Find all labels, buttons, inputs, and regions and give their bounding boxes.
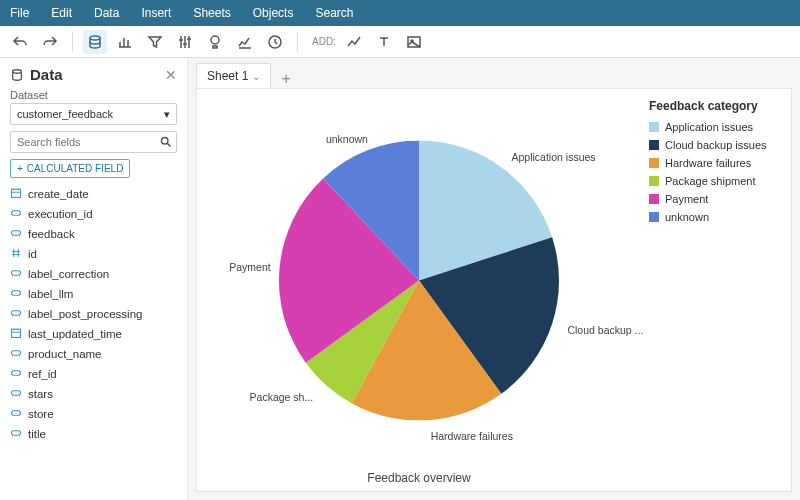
chart-canvas: Application issuesCloud backup ...Hardwa… xyxy=(196,88,792,492)
barchart-icon[interactable] xyxy=(113,30,137,54)
field-store[interactable]: store xyxy=(10,404,177,424)
forecast-icon[interactable] xyxy=(233,30,257,54)
dataset-icon[interactable] xyxy=(83,30,107,54)
legend-swatch xyxy=(649,212,659,222)
calculated-field-button[interactable]: + CALCULATED FIELD xyxy=(10,159,130,178)
legend-swatch xyxy=(649,194,659,204)
string-type-icon xyxy=(10,307,22,321)
add-line-icon[interactable] xyxy=(342,30,366,54)
search-icon[interactable] xyxy=(159,135,172,151)
svg-rect-11 xyxy=(12,291,21,296)
menu-objects[interactable]: Objects xyxy=(253,6,294,20)
svg-rect-14 xyxy=(12,351,21,356)
separator xyxy=(297,32,298,52)
legend-item-0[interactable]: Application issues xyxy=(649,121,783,133)
pie-chart[interactable]: Application issuesCloud backup ...Hardwa… xyxy=(197,89,641,491)
field-label_correction[interactable]: label_correction xyxy=(10,264,177,284)
svg-rect-7 xyxy=(12,189,21,197)
field-create_date[interactable]: create_date xyxy=(10,184,177,204)
field-ref_id[interactable]: ref_id xyxy=(10,364,177,384)
legend-label: Application issues xyxy=(665,121,753,133)
close-icon[interactable]: ✕ xyxy=(165,67,177,83)
field-id[interactable]: id xyxy=(10,244,177,264)
legend-label: unknown xyxy=(665,211,709,223)
legend-item-3[interactable]: Package shipment xyxy=(649,175,783,187)
field-label: execution_id xyxy=(28,208,93,220)
field-list: create_dateexecution_idfeedbackidlabel_c… xyxy=(10,184,177,444)
field-label: last_updated_time xyxy=(28,328,122,340)
string-type-icon xyxy=(10,367,22,381)
chart-title: Feedback overview xyxy=(367,471,470,485)
svg-rect-13 xyxy=(12,329,21,337)
svg-rect-12 xyxy=(12,311,21,316)
undo-icon[interactable] xyxy=(8,30,32,54)
field-title[interactable]: title xyxy=(10,424,177,444)
sheet-tab-1[interactable]: Sheet 1 ⌄ xyxy=(196,63,271,88)
field-label: stars xyxy=(28,388,53,400)
field-last_updated_time[interactable]: last_updated_time xyxy=(10,324,177,344)
dataset-select[interactable]: customer_feedback ▾ xyxy=(10,103,177,125)
string-type-icon xyxy=(10,347,22,361)
plus-icon: + xyxy=(17,163,23,174)
date-type-icon xyxy=(10,327,22,341)
string-type-icon xyxy=(10,407,22,421)
field-stars[interactable]: stars xyxy=(10,384,177,404)
slice-label-0: Application issues xyxy=(512,151,596,163)
sliders-icon[interactable] xyxy=(173,30,197,54)
add-sheet-button[interactable]: + xyxy=(275,70,296,88)
search-input[interactable] xyxy=(10,131,177,153)
legend-item-4[interactable]: Payment xyxy=(649,193,783,205)
slice-label-4: Payment xyxy=(229,261,270,273)
database-icon xyxy=(10,68,24,82)
legend-swatch xyxy=(649,122,659,132)
field-execution_id[interactable]: execution_id xyxy=(10,204,177,224)
menu-search[interactable]: Search xyxy=(315,6,353,20)
legend-swatch xyxy=(649,140,659,150)
clock-icon[interactable] xyxy=(263,30,287,54)
menu-edit[interactable]: Edit xyxy=(51,6,72,20)
legend-item-2[interactable]: Hardware failures xyxy=(649,157,783,169)
field-label: id xyxy=(28,248,37,260)
add-label: ADD: xyxy=(312,36,336,47)
string-type-icon xyxy=(10,227,22,241)
legend-label: Cloud backup issues xyxy=(665,139,767,151)
field-product_name[interactable]: product_name xyxy=(10,344,177,364)
field-label: label_post_processing xyxy=(28,308,142,320)
add-image-icon[interactable] xyxy=(402,30,426,54)
legend-title: Feedback category xyxy=(649,99,783,113)
insight-icon[interactable] xyxy=(203,30,227,54)
slice-label-3: Package sh... xyxy=(250,391,314,403)
legend-item-5[interactable]: unknown xyxy=(649,211,783,223)
menu-sheets[interactable]: Sheets xyxy=(193,6,230,20)
data-panel: Data ✕ Dataset customer_feedback ▾ + CAL… xyxy=(0,58,188,500)
svg-rect-17 xyxy=(12,411,21,416)
toolbar: ADD: xyxy=(0,26,800,58)
add-text-icon[interactable] xyxy=(372,30,396,54)
field-label: store xyxy=(28,408,54,420)
svg-rect-15 xyxy=(12,371,21,376)
menu-insert[interactable]: Insert xyxy=(141,6,171,20)
svg-rect-10 xyxy=(12,271,21,276)
legend-label: Package shipment xyxy=(665,175,756,187)
string-type-icon xyxy=(10,287,22,301)
field-label: label_correction xyxy=(28,268,109,280)
menu-data[interactable]: Data xyxy=(94,6,119,20)
menu-file[interactable]: File xyxy=(10,6,29,20)
slice-label-1: Cloud backup ... xyxy=(567,324,643,336)
field-label_llm[interactable]: label_llm xyxy=(10,284,177,304)
redo-icon[interactable] xyxy=(38,30,62,54)
chevron-down-icon[interactable]: ⌄ xyxy=(252,71,260,82)
legend: Feedback category Application issuesClou… xyxy=(641,89,791,491)
field-feedback[interactable]: feedback xyxy=(10,224,177,244)
field-label_post_processing[interactable]: label_post_processing xyxy=(10,304,177,324)
string-type-icon xyxy=(10,267,22,281)
svg-point-0 xyxy=(90,36,100,40)
legend-item-1[interactable]: Cloud backup issues xyxy=(649,139,783,151)
field-label: label_llm xyxy=(28,288,73,300)
legend-label: Payment xyxy=(665,193,708,205)
filter-icon[interactable] xyxy=(143,30,167,54)
date-type-icon xyxy=(10,187,22,201)
string-type-icon xyxy=(10,427,22,441)
field-label: product_name xyxy=(28,348,102,360)
string-type-icon xyxy=(10,207,22,221)
